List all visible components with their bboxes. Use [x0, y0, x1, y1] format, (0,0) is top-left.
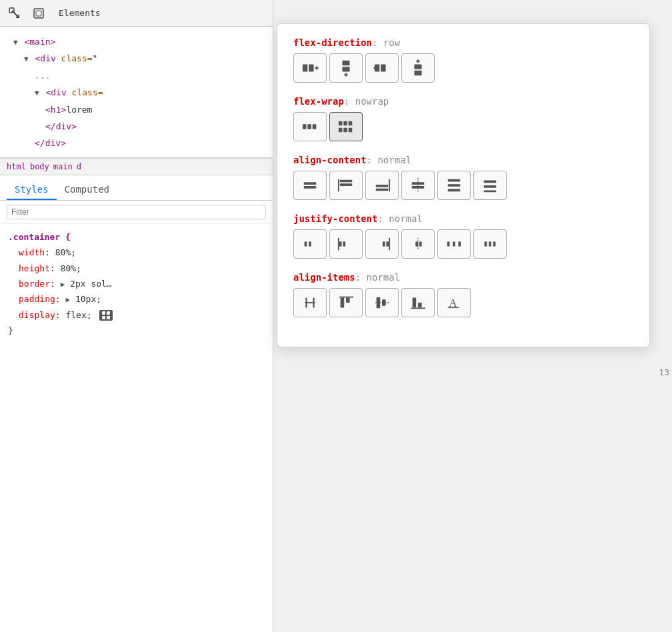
align-content-start-btn[interactable] — [329, 171, 363, 200]
align-content-between-btn[interactable] — [437, 171, 471, 200]
padding-expand[interactable]: ▶ — [65, 295, 70, 304]
svg-rect-72 — [413, 298, 417, 308]
svg-rect-2 — [34, 9, 43, 18]
flex-direction-column-btn[interactable] — [329, 53, 363, 83]
svg-rect-3 — [36, 11, 41, 16]
svg-rect-8 — [303, 64, 307, 71]
svg-rect-67 — [346, 298, 350, 303]
svg-rect-47 — [309, 241, 311, 246]
svg-rect-43 — [484, 181, 497, 183]
svg-rect-20 — [303, 124, 307, 129]
justify-content-normal-btn[interactable] — [293, 229, 327, 259]
tree-line-h1[interactable]: <h1>lorem — [0, 101, 273, 118]
svg-rect-42 — [448, 189, 461, 192]
flex-wrap-nowrap-btn[interactable] — [293, 112, 327, 141]
svg-rect-62 — [493, 241, 496, 246]
devtools-toolbar: Elements — [0, 0, 273, 27]
svg-rect-24 — [343, 121, 347, 126]
breadcrumb-d[interactable]: d — [77, 162, 81, 171]
tree-line-div2[interactable]: ▼ <div class= — [0, 84, 273, 101]
svg-rect-21 — [307, 124, 311, 129]
align-items-normal-btn[interactable] — [293, 288, 327, 317]
svg-rect-41 — [448, 184, 461, 187]
filter-input[interactable] — [7, 205, 266, 219]
svg-rect-66 — [341, 298, 345, 308]
svg-rect-22 — [313, 124, 317, 129]
tree-line-div1[interactable]: ▼ <div class=" — [0, 50, 273, 67]
flex-direction-buttons — [293, 53, 633, 83]
border-expand[interactable]: ▶ — [61, 280, 65, 289]
justify-content-center-btn[interactable] — [401, 229, 435, 259]
tab-styles[interactable]: Styles — [7, 179, 57, 200]
svg-rect-73 — [418, 303, 422, 307]
svg-rect-59 — [459, 241, 461, 246]
align-content-normal-btn[interactable] — [293, 171, 327, 200]
inspect-icon[interactable] — [5, 4, 24, 23]
tree-line-div-close[interactable]: </div> — [0, 118, 273, 135]
svg-rect-17 — [414, 64, 421, 69]
align-content-buttons — [293, 171, 633, 200]
style-tabs: Styles Computed — [0, 175, 273, 201]
align-content-around-btn[interactable] — [473, 171, 507, 200]
device-icon[interactable] — [29, 4, 48, 23]
align-items-label: align-items: normal — [293, 272, 633, 283]
align-content-end-btn[interactable] — [365, 171, 399, 200]
flex-wrap-label: flex-wrap: nowrap — [293, 96, 633, 107]
svg-rect-46 — [305, 241, 307, 246]
css-prop-width: width: 80%; — [8, 245, 265, 260]
flex-wrap-buttons — [293, 112, 633, 141]
svg-rect-26 — [339, 128, 343, 133]
svg-rect-4 — [102, 311, 105, 315]
svg-rect-18 — [414, 71, 421, 75]
breadcrumb: html body main d — [0, 158, 273, 175]
align-content-section: align-content: normal — [293, 155, 633, 200]
svg-rect-29 — [304, 182, 317, 185]
flex-direction-row-btn[interactable] — [293, 53, 327, 83]
align-content-center-btn[interactable] — [401, 171, 435, 200]
tree-line-main[interactable]: ▼ <main> — [0, 33, 273, 50]
svg-rect-27 — [343, 128, 347, 133]
flex-inspector: flex-direction: row — [277, 23, 650, 347]
breadcrumb-body[interactable]: body — [30, 162, 49, 171]
breadcrumb-html[interactable]: html — [7, 162, 26, 171]
svg-rect-9 — [309, 64, 313, 71]
justify-content-buttons — [293, 229, 633, 259]
svg-rect-6 — [102, 316, 105, 319]
css-prop-border: border: ▶ 2px sol… — [8, 276, 265, 291]
align-items-start-btn[interactable] — [329, 288, 363, 317]
svg-rect-5 — [107, 311, 110, 315]
svg-rect-61 — [489, 241, 491, 246]
justify-content-around-btn[interactable] — [473, 229, 507, 259]
svg-rect-7 — [107, 316, 110, 319]
tab-computed[interactable]: Computed — [57, 179, 117, 200]
flex-wrap-section: flex-wrap: nowrap — [293, 96, 633, 141]
justify-content-between-btn[interactable] — [437, 229, 471, 259]
svg-rect-30 — [304, 186, 317, 189]
css-prop-display: display: flex; — [8, 307, 265, 323]
flex-direction-section: flex-direction: row — [293, 37, 633, 83]
justify-content-section: justify-content: normal — [293, 213, 633, 259]
flex-wrap-wrap-btn[interactable] — [329, 112, 363, 141]
justify-content-start-btn[interactable] — [329, 229, 363, 259]
svg-rect-34 — [376, 185, 389, 187]
line-number: 13 — [656, 366, 672, 379]
svg-rect-12 — [342, 67, 349, 71]
align-items-end-btn[interactable] — [401, 288, 435, 317]
justify-content-end-btn[interactable] — [365, 229, 399, 259]
svg-rect-35 — [376, 189, 389, 191]
flex-direction-row-reverse-btn[interactable] — [365, 53, 399, 83]
svg-rect-48 — [339, 241, 342, 246]
flex-badge[interactable] — [99, 310, 113, 321]
flex-direction-column-reverse-btn[interactable] — [401, 53, 435, 83]
svg-rect-28 — [349, 128, 353, 133]
svg-rect-23 — [339, 121, 343, 126]
flex-direction-label: flex-direction: row — [293, 37, 633, 48]
elements-tab[interactable]: Elements — [53, 5, 106, 21]
align-items-baseline-btn[interactable]: A — [437, 288, 471, 317]
breadcrumb-main[interactable]: main — [53, 162, 73, 171]
css-prop-height: height: 80%; — [8, 261, 265, 276]
tree-line-div-close2[interactable]: </div> — [0, 135, 273, 151]
align-items-center-btn[interactable] — [365, 288, 399, 317]
svg-rect-55 — [419, 241, 422, 246]
css-rules: .container { width: 80%; height: 80%; bo… — [0, 224, 273, 344]
